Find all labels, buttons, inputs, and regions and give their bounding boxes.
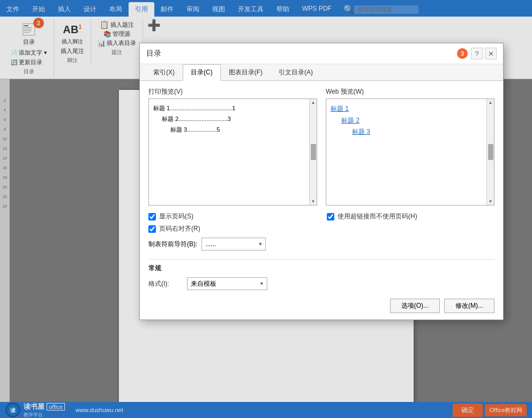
use-hyperlinks-checkbox[interactable] [327, 213, 334, 221]
print-item-3: 标题 3..................5 [170, 125, 306, 135]
divider [148, 259, 494, 260]
options-button[interactable]: 选项(O)... [390, 299, 440, 313]
print-preview-section: 打印预览(V) 标题 1............................… [148, 87, 317, 206]
tab-leader-label: 制表符前导符(B): [148, 240, 197, 249]
right-align-row: 页码右对齐(R) [148, 224, 316, 233]
web-item-3[interactable]: 标题 3 [352, 126, 483, 138]
action-buttons: 选项(O)... 修改(M)... [148, 299, 494, 313]
print-preview-panel: 标题 1....................................… [148, 98, 317, 206]
close-button[interactable]: ✕ [485, 48, 497, 59]
dialog-controls: ? ✕ [471, 48, 497, 59]
tab-toc[interactable]: 目录(C) [183, 64, 221, 81]
web-preview-section: Web 预览(W) 标题 1 标题 2 标题 3 ▲ ▼ [326, 87, 494, 206]
web-preview-label: Web 预览(W) [326, 87, 494, 96]
show-page-numbers-label: 显示页码(S) [159, 212, 193, 221]
tab-leader-dropdown-wrapper: ...... ------ ______ 无 [201, 238, 266, 250]
scroll-up-arrow[interactable]: ▲ [310, 99, 317, 106]
use-hyperlinks-row: 使用超链接而不使用页码(H) [327, 212, 494, 221]
web-scroll-thumb[interactable] [488, 144, 493, 160]
print-item-2: 标题 2..............................3 [162, 114, 306, 125]
format-label: 格式(I): [148, 279, 181, 288]
dialog-overlay: 目录 3 ? ✕ 索引(X) 目录(C) 图表目录(F) 引文目录(A) 打印预… [0, 0, 532, 418]
print-item-1: 标题 1....................................… [153, 103, 306, 114]
web-preview-scrollbar[interactable]: ▲ ▼ [486, 99, 494, 205]
tab-index[interactable]: 索引(X) [145, 64, 183, 81]
dialog-title: 目录 [146, 49, 161, 58]
print-preview-content: 标题 1....................................… [149, 99, 317, 139]
dialog-tab-bar: 索引(X) 目录(C) 图表目录(F) 引文目录(A) [140, 64, 503, 81]
toc-dialog: 目录 3 ? ✕ 索引(X) 目录(C) 图表目录(F) 引文目录(A) 打印预… [139, 43, 504, 320]
general-section-label: 常规 [148, 264, 494, 273]
print-preview-scrollbar[interactable]: ▲ ▼ [309, 99, 317, 205]
preview-row: 打印预览(V) 标题 1............................… [148, 87, 494, 206]
dialog-titlebar: 目录 3 ? ✕ [140, 43, 503, 64]
scroll-down-arrow[interactable]: ▼ [310, 198, 317, 205]
right-options: 使用超链接而不使用页码(H) [327, 212, 494, 233]
web-item-1[interactable]: 标题 1 [331, 103, 483, 115]
tab-leader-row: 制表符前导符(B): ...... ------ ______ 无 [148, 238, 494, 250]
show-page-numbers-row: 显示页码(S) [148, 212, 316, 221]
web-item-2[interactable]: 标题 2 [341, 115, 483, 127]
format-dropdown[interactable]: 来自模板 经典 优雅 流行 现代 正式 简单 [187, 277, 267, 290]
web-preview-content: 标题 1 标题 2 标题 3 [326, 99, 494, 142]
modify-button[interactable]: 修改(M)... [444, 299, 494, 313]
right-align-label: 页码右对齐(R) [159, 224, 200, 233]
show-page-numbers-checkbox[interactable] [148, 213, 156, 221]
use-hyperlinks-label: 使用超链接而不使用页码(H) [338, 212, 417, 221]
web-scroll-up[interactable]: ▲ [488, 99, 494, 106]
right-align-checkbox[interactable] [148, 225, 156, 233]
options-row: 显示页码(S) 页码右对齐(R) 使用超链接而不使用页码(H) [148, 212, 494, 233]
format-dropdown-wrapper: 来自模板 经典 优雅 流行 现代 正式 简单 [187, 277, 267, 290]
badge-3: 3 [457, 48, 468, 59]
web-preview-panel: 标题 1 标题 2 标题 3 ▲ ▼ [326, 98, 494, 206]
scroll-thumb[interactable] [311, 144, 316, 160]
left-options: 显示页码(S) 页码右对齐(R) [148, 212, 316, 233]
dialog-body: 打印预览(V) 标题 1............................… [140, 81, 503, 320]
tab-citations[interactable]: 引文目录(A) [271, 64, 321, 81]
tab-leader-dropdown[interactable]: ...... ------ ______ 无 [201, 238, 266, 250]
tab-figures[interactable]: 图表目录(F) [221, 64, 271, 81]
help-button[interactable]: ? [471, 48, 483, 59]
web-scroll-down[interactable]: ▼ [488, 198, 494, 205]
print-preview-label: 打印预览(V) [148, 87, 317, 96]
format-row: 格式(I): 来自模板 经典 优雅 流行 现代 正式 简单 [148, 277, 494, 290]
